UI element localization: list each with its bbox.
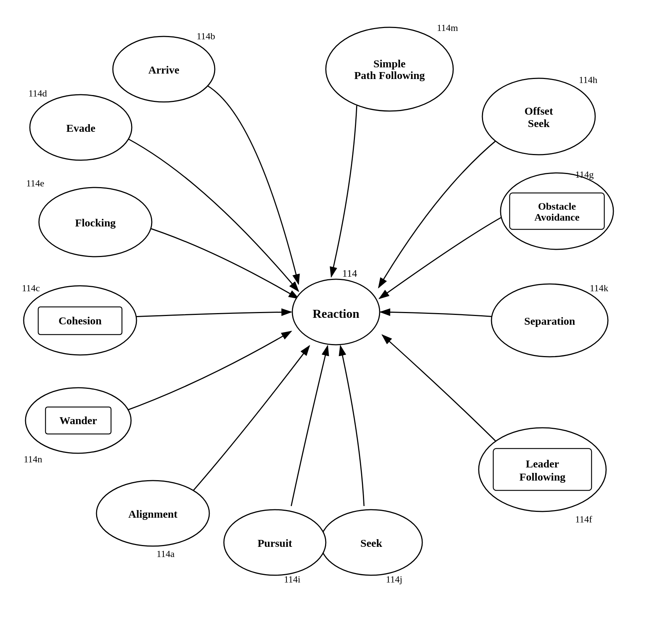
edge-pursuit xyxy=(291,346,328,506)
offset-seek-label-1: Offset xyxy=(525,105,553,117)
wander-label: Wander xyxy=(59,414,97,426)
ref-114g: 114g xyxy=(575,169,594,180)
edge-wander xyxy=(124,331,291,411)
simple-path-label-2: Path Following xyxy=(354,69,425,81)
edge-separation xyxy=(380,312,495,317)
ref-114b: 114b xyxy=(197,31,215,42)
separation-label: Separation xyxy=(524,315,575,327)
ref-114: 114 xyxy=(342,268,357,279)
ref-114j: 114j xyxy=(386,574,402,585)
ref-114k: 114k xyxy=(590,283,608,293)
edge-cohesion xyxy=(133,312,291,317)
ref-114a: 114a xyxy=(157,549,175,559)
edge-offset-seek xyxy=(379,138,499,288)
edge-arrive xyxy=(204,84,299,284)
pursuit-label: Pursuit xyxy=(257,537,292,549)
ref-114h: 114h xyxy=(579,75,597,85)
arrive-label: Arrive xyxy=(149,64,179,76)
alignment-label: Alignment xyxy=(129,508,178,520)
ref-114i: 114i xyxy=(284,574,300,585)
seek-label: Seek xyxy=(360,537,382,549)
offset-seek-label-2: Seek xyxy=(528,117,550,129)
evade-label: Evade xyxy=(66,122,95,134)
ref-114e: 114e xyxy=(26,178,44,189)
edge-flocking xyxy=(142,226,299,299)
ref-114f: 114f xyxy=(575,514,592,525)
obstacle-label-2: Avoidance xyxy=(534,212,580,223)
ref-114c: 114c xyxy=(22,283,40,293)
leader-label-1: Leader xyxy=(526,458,559,470)
edge-simple-path xyxy=(331,106,357,277)
ref-114n: 114n xyxy=(24,454,42,465)
obstacle-label-1: Obstacle xyxy=(538,201,576,212)
ref-114m: 114m xyxy=(437,23,458,33)
edge-alignment xyxy=(189,346,309,495)
reaction-label: Reaction xyxy=(313,307,360,320)
ref-114d: 114d xyxy=(28,88,47,99)
cohesion-label: Cohesion xyxy=(59,315,102,327)
simple-path-label-1: Simple xyxy=(373,58,406,70)
edge-seek xyxy=(340,346,364,506)
edge-leader xyxy=(382,335,502,448)
leader-label-2: Following xyxy=(519,471,566,483)
flocking-label: Flocking xyxy=(75,217,116,229)
